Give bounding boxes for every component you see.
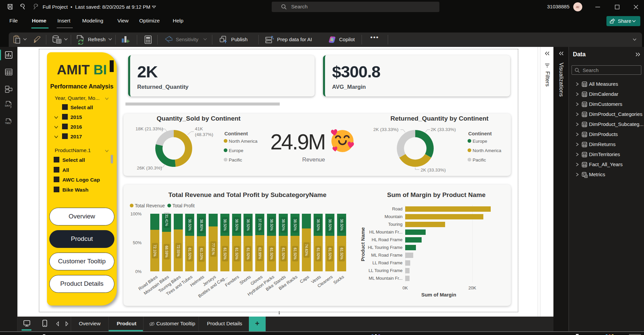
svg-text:DAX: DAX xyxy=(5,104,10,107)
svg-text:TMDL: TMDL xyxy=(5,122,11,124)
